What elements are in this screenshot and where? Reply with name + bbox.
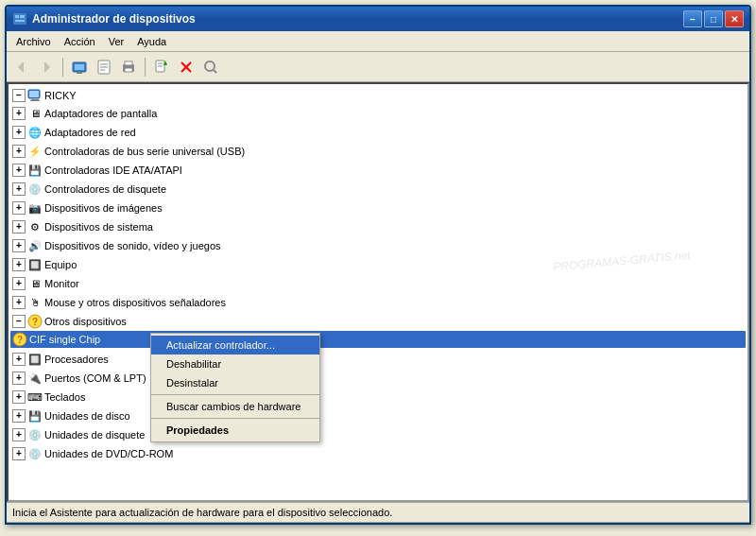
back-button[interactable] bbox=[10, 56, 33, 78]
list-item: + Dispositivos de imágenes bbox=[10, 199, 746, 217]
expand-icon[interactable]: + bbox=[12, 428, 26, 441]
item-label: Monitor bbox=[44, 278, 79, 289]
svg-rect-27 bbox=[30, 100, 40, 101]
menu-ver[interactable]: Ver bbox=[103, 34, 130, 49]
expand-icon[interactable]: + bbox=[12, 409, 26, 423]
expand-icon[interactable]: + bbox=[12, 296, 26, 309]
list-item: ? CIF single Chip bbox=[10, 330, 746, 349]
root-expand-icon[interactable]: − bbox=[12, 89, 26, 102]
monitor-icon bbox=[27, 106, 43, 121]
svg-rect-7 bbox=[75, 64, 84, 70]
tree-item-otros[interactable]: − ? Otros dispositivos bbox=[10, 313, 746, 330]
props-button[interactable] bbox=[93, 56, 115, 78]
expand-icon[interactable]: − bbox=[12, 315, 26, 328]
list-item: + Teclados bbox=[10, 388, 746, 406]
tree-item-teclados[interactable]: + Teclados bbox=[10, 389, 746, 406]
expand-icon[interactable]: + bbox=[12, 145, 26, 158]
expand-icon[interactable]: + bbox=[12, 220, 26, 233]
expand-icon[interactable]: + bbox=[12, 164, 26, 177]
tree-item-root[interactable]: − RICKY bbox=[10, 87, 746, 104]
expand-icon[interactable]: + bbox=[12, 390, 26, 404]
expand-icon[interactable]: + bbox=[12, 126, 26, 139]
network-icon bbox=[27, 125, 43, 140]
tree-item-imagenes[interactable]: + Dispositivos de imágenes bbox=[10, 199, 746, 216]
tree-item-sonido[interactable]: + Dispositivos de sonido, vídeo y juegos bbox=[10, 237, 746, 254]
keyboard-icon bbox=[27, 389, 43, 405]
menu-archivo[interactable]: Archivo bbox=[10, 34, 57, 49]
list-item: + Puertos (COM & LPT) bbox=[10, 369, 746, 388]
item-label: Otros dispositivos bbox=[44, 316, 127, 327]
ctx-separator-1 bbox=[151, 394, 319, 395]
print-button[interactable] bbox=[117, 56, 140, 78]
expand-icon[interactable]: + bbox=[12, 258, 26, 271]
list-item: + Equipo bbox=[10, 255, 746, 274]
tree-item-procesadores[interactable]: + Procesadores bbox=[10, 351, 746, 368]
ctx-separator-2 bbox=[151, 418, 319, 419]
window-title: Administrador de dispositivos bbox=[32, 12, 196, 26]
monitor2-icon bbox=[27, 276, 43, 291]
ctx-item-properties[interactable]: Propiedades bbox=[151, 421, 319, 440]
list-item: + Unidades de DVD/CD-ROM bbox=[10, 444, 746, 463]
list-item: + Dispositivos de sistema bbox=[10, 217, 746, 236]
svg-rect-0 bbox=[13, 13, 26, 25]
floppy2-icon bbox=[27, 427, 43, 442]
tree-item-adaptadores-pantalla[interactable]: + Adaptadores de pantalla bbox=[10, 105, 746, 122]
chip-icon: ? bbox=[12, 332, 27, 347]
expand-icon[interactable]: + bbox=[12, 353, 26, 366]
minimize-button[interactable]: − bbox=[683, 10, 702, 27]
computer-icon bbox=[27, 88, 43, 103]
tree-item-unidades-disquete[interactable]: + Unidades de disquete bbox=[10, 426, 746, 443]
tree-item-sistema[interactable]: + Dispositivos de sistema bbox=[10, 218, 746, 235]
uninstall-button[interactable] bbox=[175, 56, 198, 78]
tree-item-ide[interactable]: + Controladoras IDE ATA/ATAPI bbox=[10, 162, 746, 179]
item-label: Dispositivos de imágenes bbox=[44, 202, 163, 214]
menu-ayuda[interactable]: Ayuda bbox=[131, 34, 172, 49]
disk2-icon bbox=[27, 408, 43, 424]
maximize-button[interactable]: □ bbox=[704, 10, 723, 27]
tree-item-dvd[interactable]: + Unidades de DVD/CD-ROM bbox=[10, 445, 746, 462]
forward-button[interactable] bbox=[35, 56, 58, 78]
expand-icon[interactable]: + bbox=[12, 447, 26, 460]
expand-icon[interactable]: + bbox=[12, 239, 26, 252]
window-icon bbox=[12, 11, 27, 26]
tree-item-adaptadores-red[interactable]: + Adaptadores de red bbox=[10, 124, 746, 141]
tree-item-mouse[interactable]: + Mouse y otros dispositivos señaladores bbox=[10, 294, 746, 311]
device-tree: − RICKY bbox=[10, 86, 746, 464]
item-label: Controladoras de bus serie universal (US… bbox=[44, 146, 245, 157]
ctx-item-disable[interactable]: Deshabilitar bbox=[151, 354, 319, 373]
expand-icon[interactable]: + bbox=[12, 277, 26, 290]
tree-children: + Adaptadores de pantalla + Adaptadores … bbox=[10, 104, 746, 463]
update-button[interactable] bbox=[150, 56, 173, 78]
titlebar-left: Administrador de dispositivos bbox=[12, 11, 196, 26]
item-label: Controladores de disquete bbox=[44, 183, 166, 195]
expand-icon[interactable]: + bbox=[12, 372, 26, 385]
tree-item-usb[interactable]: + Controladoras de bus serie universal (… bbox=[10, 143, 746, 160]
ctx-item-uninstall[interactable]: Desinstalar bbox=[151, 373, 319, 392]
scan-button[interactable] bbox=[199, 56, 222, 78]
ctx-item-update[interactable]: Actualizar controlador... bbox=[151, 336, 319, 354]
tree-item-monitor[interactable]: + Monitor bbox=[10, 275, 746, 292]
list-item: + Controladoras IDE ATA/ATAPI bbox=[10, 161, 746, 180]
expand-icon[interactable]: + bbox=[12, 107, 26, 120]
tree-item-disquete-ctrl[interactable]: + Controladores de disquete bbox=[10, 181, 746, 198]
tree-item-puertos[interactable]: + Puertos (COM & LPT) bbox=[10, 370, 746, 387]
ctx-item-scan[interactable]: Buscar cambios de hardware bbox=[151, 397, 319, 416]
expand-icon[interactable]: + bbox=[12, 201, 26, 215]
tree-item-cif[interactable]: ? CIF single Chip bbox=[10, 331, 746, 348]
expand-icon[interactable]: + bbox=[12, 182, 26, 196]
devmgr-button[interactable] bbox=[68, 56, 91, 78]
port-icon bbox=[27, 371, 43, 386]
item-label: Adaptadores de pantalla bbox=[44, 108, 157, 119]
menu-accion[interactable]: Acción bbox=[59, 34, 101, 49]
item-label: Dispositivos de sistema bbox=[44, 221, 153, 233]
list-item: − ? Otros dispositivos bbox=[10, 312, 746, 350]
close-button[interactable]: ✕ bbox=[725, 10, 744, 27]
list-item: + Mouse y otros dispositivos señaladores bbox=[10, 293, 746, 312]
list-item: + Monitor bbox=[10, 274, 746, 293]
tree-item-equipo[interactable]: + Equipo bbox=[10, 256, 746, 273]
list-item: + Controladoras de bus serie universal (… bbox=[10, 142, 746, 161]
processor-icon bbox=[27, 352, 43, 367]
item-label: Controladoras IDE ATA/ATAPI bbox=[44, 164, 182, 176]
image-icon bbox=[27, 200, 43, 216]
tree-item-unidades-disco[interactable]: + Unidades de disco bbox=[10, 407, 746, 424]
